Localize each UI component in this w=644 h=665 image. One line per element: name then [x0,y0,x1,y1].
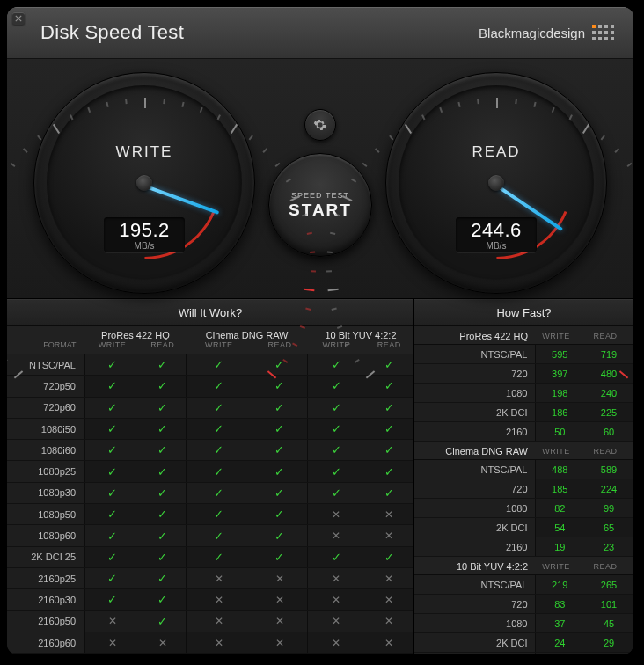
cross-icon: ✕ [332,530,340,542]
check-icon: ✓ [332,443,341,457]
write-fps: 185 [535,479,584,499]
read-gauge-label: READ [399,143,594,161]
cross-icon: ✕ [332,637,340,649]
check-icon: ✓ [214,551,223,564]
format-label: 1080p50 [7,504,85,525]
table-row: 10803745 [414,614,633,633]
format-label: 2160 [414,653,535,655]
codec-group-header: Cinema DNG RAWWRITEREAD [414,442,633,460]
format-label: 1080p25 [7,461,85,482]
titlebar: Disk Speed Test Blackmagicdesign [7,7,633,59]
check-icon: ✓ [107,572,117,585]
check-icon: ✓ [157,508,167,521]
cross-icon: ✕ [332,615,340,627]
cross-icon: ✕ [384,530,393,542]
write-fps: 488 [535,460,584,479]
format-label: 2160p60 [7,632,85,653]
check-icon: ✓ [384,379,394,392]
start-button[interactable]: SPEED TEST START [268,153,372,257]
format-label: 2160 [414,537,535,557]
check-icon: ✓ [332,358,341,371]
cross-icon: ✕ [275,573,284,585]
app-window: Disk Speed Test Blackmagicdesign WRITE 1… [7,7,633,654]
write-fps: 83 [535,595,584,614]
check-icon: ✓ [214,422,223,435]
check-icon: ✓ [157,422,167,435]
check-icon: ✓ [332,422,341,435]
cross-icon: ✕ [384,508,393,521]
write-fps: 186 [535,403,584,422]
read-fps: 224 [584,479,633,499]
brand-dots-icon [592,25,614,40]
check-icon: ✓ [214,530,223,543]
table-row: 1080p25✓✓✓✓✓✓ [7,461,413,482]
cross-icon: ✕ [158,637,167,649]
table-row: 720397480 [414,364,633,384]
read-fps: 23 [584,537,633,557]
check-icon: ✓ [214,379,223,392]
table-row: 1080i60✓✓✓✓✓✓ [7,440,413,461]
check-icon: ✓ [274,530,284,543]
read-fps: 265 [584,575,633,595]
cross-icon: ✕ [384,637,393,649]
settings-button[interactable] [304,109,336,141]
format-label: NTSC/PAL [414,345,535,364]
table-row: 21605060 [414,422,633,442]
format-label: 720 [414,479,535,499]
table-row: NTSC/PAL595719 [414,345,633,364]
table-row: 2K DCI2429 [414,633,633,653]
check-icon: ✓ [107,508,117,521]
check-icon: ✓ [107,593,117,606]
check-icon: ✓ [107,358,117,371]
format-label: 2K DCI [414,518,535,537]
format-label: 720p50 [7,376,85,397]
write-fps: 82 [535,499,584,518]
will-it-work-panel: Will It Work? FORMATProRes 422 HQCinema … [7,299,414,654]
table-row: 10808299 [414,499,633,518]
read-value: 244.6 [459,221,533,240]
check-icon: ✓ [384,465,394,479]
read-fps: 480 [584,364,633,384]
format-label: 2160p25 [7,567,85,588]
cross-icon: ✕ [275,594,284,606]
check-icon: ✓ [107,530,117,543]
start-button-label: START [289,201,352,220]
read-unit: MB/s [459,241,533,251]
read-fps: 29 [584,633,633,653]
read-fps: 60 [584,422,633,442]
check-icon: ✓ [214,358,223,371]
table-row: NTSC/PAL488589 [414,460,633,479]
check-icon: ✓ [107,379,117,392]
check-icon: ✓ [384,443,394,457]
check-icon: ✓ [274,551,284,564]
write-gauge: WRITE 195.2 MB/s [33,72,255,294]
write-fps: 9 [535,653,584,655]
cross-icon: ✕ [215,573,223,585]
check-icon: ✓ [274,379,284,392]
cross-icon: ✕ [384,615,393,627]
check-icon: ✓ [384,486,394,500]
check-icon: ✓ [384,551,394,564]
read-fps: 240 [584,384,633,403]
format-label: 1080p30 [7,482,85,503]
format-label: 1080 [414,384,535,403]
table-row: 2K DCI5465 [414,518,633,537]
check-icon: ✓ [274,443,284,457]
table-row: 1080p50✓✓✓✓✕✕ [7,504,413,525]
write-fps: 54 [535,518,584,537]
format-label: 2K DCI [414,403,535,422]
check-icon: ✓ [157,465,167,479]
will-it-work-table: FORMATProRes 422 HQCinema DNG RAW10 Bit … [7,326,413,654]
write-unit: MB/s [107,241,181,251]
write-fps: 595 [535,345,584,364]
write-fps: 19 [535,537,584,557]
write-value: 195.2 [107,221,181,240]
read-fps: 589 [584,460,633,479]
table-row: 2K DCI 25✓✓✓✓✓✓ [7,546,413,567]
table-row: 2160p25✓✓✕✕✕✕ [7,567,413,588]
cross-icon: ✕ [332,508,340,521]
how-fast-panel: How Fast? ProRes 422 HQWRITEREADNTSC/PAL… [414,299,633,654]
table-row: 720p60✓✓✓✓✓✓ [7,397,413,418]
read-fps: 101 [584,595,633,614]
close-button[interactable] [12,12,25,25]
